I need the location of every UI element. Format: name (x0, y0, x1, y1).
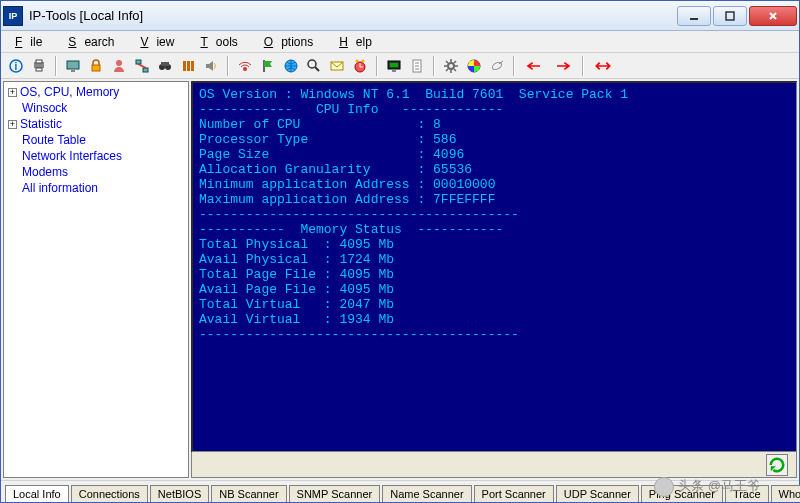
svg-point-31 (356, 59, 359, 62)
info-icon[interactable]: i (5, 55, 27, 77)
arrow-right-icon[interactable] (549, 55, 577, 77)
tab-port-scanner[interactable]: Port Scanner (474, 485, 554, 502)
toolbar-separator (55, 56, 57, 76)
tab-netbios[interactable]: NetBIOS (150, 485, 209, 502)
binoculars-icon[interactable] (154, 55, 176, 77)
svg-rect-19 (183, 61, 186, 71)
clock-icon[interactable] (349, 55, 371, 77)
network-icon[interactable] (131, 55, 153, 77)
menu-options[interactable]: Options (256, 33, 329, 51)
console-line: Maximum application Address : 7FFEFFFF (199, 192, 790, 207)
console-output: OS Version : Windows NT 6.1 Build 7601 S… (191, 81, 797, 452)
sidebar-item-label: OS, CPU, Memory (20, 85, 119, 99)
svg-rect-21 (191, 61, 194, 71)
tab-trace[interactable]: Trace (725, 485, 769, 502)
tab-name-scanner[interactable]: Name Scanner (382, 485, 471, 502)
svg-rect-7 (36, 60, 42, 63)
svg-point-22 (243, 67, 247, 71)
svg-rect-20 (187, 61, 190, 71)
svg-text:i: i (15, 61, 18, 72)
svg-line-26 (315, 67, 319, 71)
svg-point-40 (448, 63, 454, 69)
sidebar-item-4[interactable]: Network Interfaces (4, 148, 188, 164)
svg-point-25 (308, 60, 316, 68)
minimize-button[interactable] (677, 6, 711, 26)
maximize-button[interactable] (713, 6, 747, 26)
tab-connections[interactable]: Connections (71, 485, 148, 502)
refresh-bar (191, 452, 797, 478)
toolbar-separator (433, 56, 435, 76)
console-line: Total Page File : 4095 Mb (199, 267, 790, 282)
sidebar-item-1[interactable]: Winsock (4, 100, 188, 116)
tab-udp-scanner[interactable]: UDP Scanner (556, 485, 639, 502)
search-icon[interactable] (303, 55, 325, 77)
refresh-icon (767, 455, 787, 475)
expand-icon[interactable]: + (8, 120, 17, 129)
console-line: Processor Type : 586 (199, 132, 790, 147)
menu-view[interactable]: View (132, 33, 190, 51)
tab-nb-scanner[interactable]: NB Scanner (211, 485, 286, 502)
titlebar: IP IP-Tools [Local Info] (1, 1, 799, 31)
sidebar-item-2[interactable]: +Statistic (4, 116, 188, 132)
broadcast-icon[interactable] (234, 55, 256, 77)
user-icon[interactable] (108, 55, 130, 77)
sidebar-item-5[interactable]: Modems (4, 164, 188, 180)
monitor-icon[interactable] (383, 55, 405, 77)
console-line: OS Version : Windows NT 6.1 Build 7601 S… (199, 87, 790, 102)
arrow-left-icon[interactable] (520, 55, 548, 77)
console-wrap: OS Version : Windows NT 6.1 Build 7601 S… (191, 81, 797, 478)
menu-tools[interactable]: Tools (192, 33, 253, 51)
sidebar-item-label: Network Interfaces (22, 149, 122, 163)
sidebar-item-3[interactable]: Route Table (4, 132, 188, 148)
menu-help[interactable]: Help (331, 33, 388, 51)
color-icon[interactable] (463, 55, 485, 77)
tab-bar: Local InfoConnectionsNetBIOSNB ScannerSN… (1, 480, 799, 502)
close-button[interactable] (749, 6, 797, 26)
app-icon: IP (3, 6, 23, 26)
print-icon[interactable] (28, 55, 50, 77)
tab-whois[interactable]: WhoIs (771, 485, 800, 502)
console-line: Avail Virtual : 1934 Mb (199, 312, 790, 327)
sidebar-item-0[interactable]: +OS, CPU, Memory (4, 84, 188, 100)
console-line: Total Physical : 4095 Mb (199, 237, 790, 252)
document-icon[interactable] (406, 55, 428, 77)
svg-rect-13 (136, 60, 141, 64)
svg-rect-10 (71, 70, 75, 72)
console-line: Allocation Granularity : 65536 (199, 162, 790, 177)
refresh-button[interactable] (766, 454, 788, 476)
lock-icon[interactable] (85, 55, 107, 77)
tab-local-info[interactable]: Local Info (5, 485, 69, 502)
arrow-both-icon[interactable] (589, 55, 617, 77)
computer-icon[interactable] (62, 55, 84, 77)
sidebar: +OS, CPU, MemoryWinsock+StatisticRoute T… (3, 81, 189, 478)
console-line: Minimum application Address : 00010000 (199, 177, 790, 192)
svg-point-32 (362, 59, 365, 62)
sidebar-item-6[interactable]: All information (4, 180, 188, 196)
tab-snmp-scanner[interactable]: SNMP Scanner (289, 485, 381, 502)
globe-icon[interactable] (280, 55, 302, 77)
mail-icon[interactable] (326, 55, 348, 77)
svg-rect-18 (161, 62, 169, 66)
window-title: IP-Tools [Local Info] (29, 8, 675, 23)
satellite-icon[interactable] (486, 55, 508, 77)
toolbar: i (1, 53, 799, 79)
console-line: Avail Physical : 1724 Mb (199, 252, 790, 267)
svg-rect-9 (67, 61, 79, 69)
flag-icon[interactable] (257, 55, 279, 77)
expand-icon[interactable]: + (8, 88, 17, 97)
speaker-icon[interactable] (200, 55, 222, 77)
tab-ping-scanner[interactable]: Ping Scanner (641, 485, 723, 502)
console-line: ----------------------------------------… (199, 327, 790, 342)
sidebar-item-label: Statistic (20, 117, 62, 131)
sidebar-item-label: Winsock (22, 101, 67, 115)
console-line: Page Size : 4096 (199, 147, 790, 162)
toolbar-separator (227, 56, 229, 76)
menu-search[interactable]: Search (60, 33, 130, 51)
ports-icon[interactable] (177, 55, 199, 77)
gear-icon[interactable] (440, 55, 462, 77)
svg-rect-8 (36, 68, 42, 71)
toolbar-separator (376, 56, 378, 76)
menu-file[interactable]: File (7, 33, 58, 51)
svg-rect-35 (392, 70, 396, 72)
toolbar-separator (513, 56, 515, 76)
